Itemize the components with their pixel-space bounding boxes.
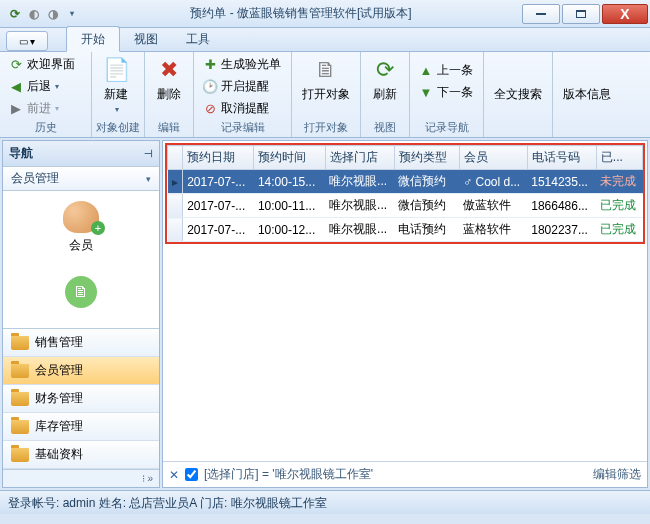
cell-phone: 1802237... — [527, 218, 596, 242]
nav-footer[interactable]: ⁝ » — [3, 469, 159, 487]
cell-time: 10:00-12... — [254, 218, 325, 242]
nav-cat-4[interactable]: 基础资料 — [3, 441, 159, 469]
group-history-label: 历史 — [4, 119, 87, 137]
app-menu-button[interactable]: ▭ ▾ — [6, 31, 48, 51]
minimize-button[interactable] — [522, 4, 560, 24]
row-indicator — [168, 218, 183, 242]
cell-member: 傲蓝软件 — [459, 194, 527, 218]
tab-view[interactable]: 视图 — [120, 27, 172, 51]
table-row[interactable]: ▸2017-07-...14:00-15...唯尔视眼...微信预约♂ Cool… — [168, 170, 643, 194]
delete-button[interactable]: ✖删除 — [149, 54, 189, 105]
group-nav-label: 记录导航 — [414, 119, 479, 137]
cell-phone: 1866486... — [527, 194, 596, 218]
folder-icon — [11, 392, 29, 406]
nav-cat-label: 销售管理 — [35, 334, 83, 351]
welcome-button[interactable]: ⟳欢迎界面 — [4, 54, 79, 75]
refresh-icon[interactable]: ⟳ — [6, 5, 23, 23]
cell-member: ♂ Cool d... — [459, 170, 527, 194]
cell-store: 唯尔视眼... — [325, 218, 394, 242]
cell-store: 唯尔视眼... — [325, 170, 394, 194]
folder-icon — [11, 420, 29, 434]
column-header[interactable]: 会员 — [459, 146, 527, 170]
main-panel: 预约日期预约时间选择门店预约类型会员电话号码已... ▸2017-07-...1… — [162, 140, 648, 488]
group-open-label: 打开对象 — [296, 119, 356, 137]
cell-type: 微信预约 — [394, 194, 459, 218]
qa-icon-1[interactable]: ◐ — [25, 5, 42, 23]
nav-cat-2[interactable]: 财务管理 — [3, 385, 159, 413]
row-indicator — [168, 194, 183, 218]
tab-tool[interactable]: 工具 — [172, 27, 224, 51]
filter-text: [选择门店] = '唯尔视眼镜工作室' — [204, 466, 373, 483]
refresh-button[interactable]: ⟳刷新 — [365, 54, 405, 105]
qa-icon-2[interactable]: ◑ — [44, 5, 61, 23]
members-icon[interactable] — [63, 201, 99, 233]
clear-filter-icon[interactable]: ✕ — [169, 468, 179, 482]
column-header[interactable]: 预约时间 — [254, 146, 325, 170]
gen-optometry-button[interactable]: ✚生成验光单 — [198, 54, 285, 75]
next-record-button[interactable]: ▼下一条 — [414, 82, 477, 103]
cell-time: 14:00-15... — [254, 170, 325, 194]
cell-status: 已完成 — [596, 218, 642, 242]
forward-button[interactable]: ▶前进 — [4, 98, 79, 119]
folder-icon — [11, 364, 29, 378]
cell-date: 2017-07-... — [183, 170, 254, 194]
cell-type: 电话预约 — [394, 218, 459, 242]
edit-filter-button[interactable]: 编辑筛选 — [593, 466, 641, 483]
pin-icon[interactable]: ⊣ — [144, 148, 153, 159]
nav-cat-1[interactable]: 会员管理 — [3, 357, 159, 385]
version-info-button[interactable]: 版本信息 — [557, 54, 617, 105]
table-row[interactable]: 2017-07-...10:00-11...唯尔视眼...微信预约傲蓝软件186… — [168, 194, 643, 218]
cell-date: 2017-07-... — [183, 218, 254, 242]
maximize-button[interactable] — [562, 4, 600, 24]
nav-title: 导航⊣ — [3, 141, 159, 167]
window-title: 预约单 - 傲蓝眼镜销售管理软件[试用版本] — [80, 5, 522, 22]
fulltext-search-button[interactable]: 全文搜索 — [488, 54, 548, 105]
cell-type: 微信预约 — [394, 170, 459, 194]
group-record-label: 记录编辑 — [198, 119, 287, 137]
open-object-button[interactable]: 🗎打开对象 — [296, 54, 356, 105]
group-edit-label: 编辑 — [149, 119, 189, 137]
folder-icon — [11, 336, 29, 350]
document-icon[interactable]: 🗎 — [65, 276, 97, 308]
row-indicator-header — [168, 146, 183, 170]
column-header[interactable]: 电话号码 — [527, 146, 596, 170]
members-label[interactable]: 会员 — [69, 237, 93, 254]
filter-checkbox[interactable] — [185, 468, 198, 481]
close-button[interactable]: X — [602, 4, 648, 24]
nav-section-header[interactable]: 会员管理▾ — [3, 167, 159, 191]
column-header[interactable]: 预约日期 — [183, 146, 254, 170]
cell-status: 未完成 — [596, 170, 642, 194]
filter-bar: ✕ [选择门店] = '唯尔视眼镜工作室' 编辑筛选 — [163, 461, 647, 487]
new-button[interactable]: 📄新建 — [96, 54, 136, 116]
cancel-remind-button[interactable]: ⊘取消提醒 — [198, 98, 285, 119]
column-header[interactable]: 已... — [596, 146, 642, 170]
column-header[interactable]: 选择门店 — [325, 146, 394, 170]
nav-cat-label: 会员管理 — [35, 362, 83, 379]
cell-phone: 1514235... — [527, 170, 596, 194]
ribbon: ⟳欢迎界面 ◀后退 ▶前进 历史 📄新建 对象创建 ✖删除 编辑 ✚生成验光单 … — [0, 52, 650, 138]
appointments-grid[interactable]: 预约日期预约时间选择门店预约类型会员电话号码已... ▸2017-07-...1… — [167, 145, 643, 242]
group-create-label: 对象创建 — [96, 119, 140, 137]
tab-start[interactable]: 开始 — [66, 26, 120, 52]
enable-remind-button[interactable]: 🕑开启提醒 — [198, 76, 285, 97]
folder-icon — [11, 448, 29, 462]
nav-cat-0[interactable]: 销售管理 — [3, 329, 159, 357]
cell-store: 唯尔视眼... — [325, 194, 394, 218]
status-bar: 登录帐号: admin 姓名: 总店营业员A 门店: 唯尔视眼镜工作室 — [0, 490, 650, 514]
nav-panel: 导航⊣ 会员管理▾ 会员 🗎 销售管理会员管理财务管理库存管理基础资料 ⁝ » — [2, 140, 160, 488]
title-bar: ⟳ ◐ ◑ ▾ 预约单 - 傲蓝眼镜销售管理软件[试用版本] X — [0, 0, 650, 28]
nav-cat-label: 基础资料 — [35, 446, 83, 463]
quick-access: ⟳ ◐ ◑ ▾ — [0, 5, 80, 23]
nav-cat-3[interactable]: 库存管理 — [3, 413, 159, 441]
column-header[interactable]: 预约类型 — [394, 146, 459, 170]
qa-dropdown-icon[interactable]: ▾ — [63, 5, 80, 23]
cell-time: 10:00-11... — [254, 194, 325, 218]
table-row[interactable]: 2017-07-...10:00-12...唯尔视眼...电话预约蓝格软件180… — [168, 218, 643, 242]
back-button[interactable]: ◀后退 — [4, 76, 79, 97]
cell-date: 2017-07-... — [183, 194, 254, 218]
nav-cat-label: 财务管理 — [35, 390, 83, 407]
prev-record-button[interactable]: ▲上一条 — [414, 60, 477, 81]
cell-status: 已完成 — [596, 194, 642, 218]
nav-cat-label: 库存管理 — [35, 418, 83, 435]
menu-row: ▭ ▾ 开始 视图 工具 — [0, 28, 650, 52]
